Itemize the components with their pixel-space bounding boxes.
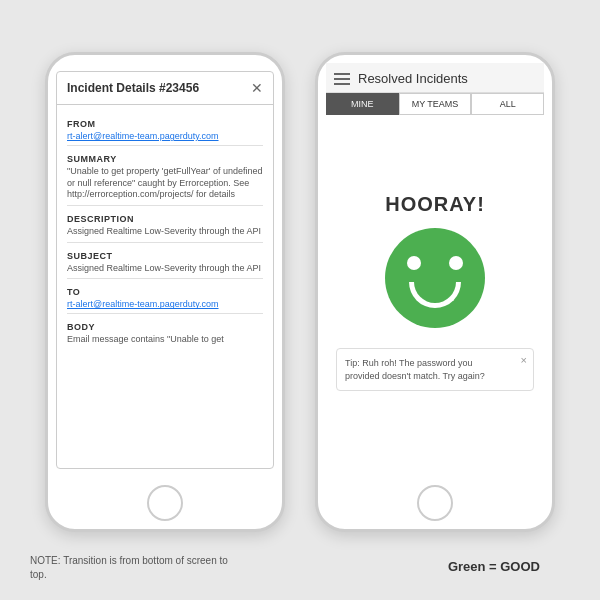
- incident-body: FROM rt-alert@realtime-team.pagerduty.co…: [57, 105, 273, 468]
- hooray-text: HOORAY!: [385, 193, 485, 216]
- right-home-button[interactable]: [417, 485, 453, 521]
- left-home-button[interactable]: [147, 485, 183, 521]
- left-phone: Incident Details #23456 ✕ FROM rt-alert@…: [45, 52, 285, 532]
- resolved-header: Resolved Incidents: [326, 63, 544, 93]
- incident-title: Incident Details #23456: [67, 81, 199, 95]
- tooltip-box: Tip: Ruh roh! The password you provided …: [336, 348, 534, 391]
- field-value-to[interactable]: rt-alert@realtime-team.pagerduty.com: [67, 299, 263, 309]
- smiley-face: [385, 228, 485, 328]
- hamburger-line-1: [334, 73, 350, 75]
- divider-5: [67, 313, 263, 314]
- field-label-to: TO: [67, 287, 263, 297]
- divider-1: [67, 145, 263, 146]
- close-icon[interactable]: ✕: [251, 80, 263, 96]
- incident-card: Incident Details #23456 ✕ FROM rt-alert@…: [56, 71, 274, 469]
- field-label-body: BODY: [67, 322, 263, 332]
- tooltip-close-icon[interactable]: ×: [521, 353, 527, 368]
- right-phone-screen: Resolved Incidents MINE MY TEAMS ALL HOO…: [318, 55, 552, 477]
- smiley-eye-right: [449, 256, 463, 270]
- divider-4: [67, 278, 263, 279]
- note-right: Green = GOOD: [448, 559, 540, 574]
- hamburger-line-3: [334, 83, 350, 85]
- resolved-content: HOORAY! Tip: Ruh roh! The password you p…: [326, 115, 544, 469]
- note-left: NOTE: Transition is from bottom of scree…: [30, 554, 230, 582]
- right-phone: Resolved Incidents MINE MY TEAMS ALL HOO…: [315, 52, 555, 532]
- field-value-subject: Assigned Realtime Low-Severity through t…: [67, 263, 263, 275]
- tooltip-text: Tip: Ruh roh! The password you provided …: [345, 358, 485, 381]
- field-value-from[interactable]: rt-alert@realtime-team.pagerduty.com: [67, 131, 263, 141]
- tab-mine[interactable]: MINE: [326, 93, 399, 115]
- divider-3: [67, 242, 263, 243]
- divider-2: [67, 205, 263, 206]
- smiley-eye-left: [407, 256, 421, 270]
- resolved-title: Resolved Incidents: [358, 71, 468, 86]
- field-value-summary: "Unable to get property 'getFullYear' of…: [67, 166, 263, 201]
- smiley-mouth: [409, 282, 461, 308]
- hamburger-icon[interactable]: [334, 73, 350, 85]
- field-label-subject: SUBJECT: [67, 251, 263, 261]
- page-container: Incident Details #23456 ✕ FROM rt-alert@…: [0, 0, 600, 600]
- hamburger-line-2: [334, 78, 350, 80]
- tab-all[interactable]: ALL: [471, 93, 544, 115]
- field-value-body: Email message contains "Unable to get: [67, 334, 263, 346]
- tabs-row: MINE MY TEAMS ALL: [326, 93, 544, 115]
- left-phone-screen: Incident Details #23456 ✕ FROM rt-alert@…: [48, 55, 282, 477]
- field-value-description: Assigned Realtime Low-Severity through t…: [67, 226, 263, 238]
- incident-header: Incident Details #23456 ✕: [57, 72, 273, 105]
- field-label-summary: SUMMARY: [67, 154, 263, 164]
- field-label-description: DESCRIPTION: [67, 214, 263, 224]
- field-label-from: FROM: [67, 119, 263, 129]
- tab-my-teams[interactable]: MY TEAMS: [399, 93, 472, 115]
